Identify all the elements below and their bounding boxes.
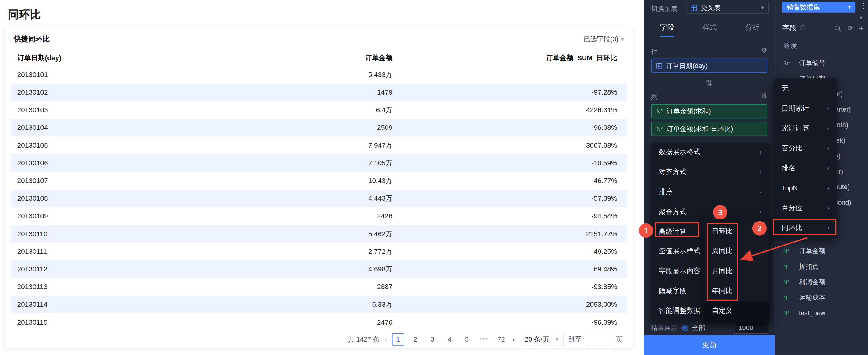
cell: 20130111 xyxy=(11,248,171,255)
gear-icon[interactable]: ⚙ xyxy=(761,92,767,99)
menu-item-label: 年同比 xyxy=(712,286,733,295)
chevron-down-icon[interactable]: ▾ xyxy=(860,14,863,21)
menu-item-aggregation[interactable]: 聚合方式› xyxy=(651,202,769,222)
cell: 69.48% xyxy=(393,265,627,273)
menu-item-label: 百分位 xyxy=(781,203,802,212)
field-name: 订单金额 xyxy=(799,246,826,256)
page-ellipsis[interactable]: ••• xyxy=(478,333,490,346)
menu-item-label: TopN xyxy=(781,184,798,192)
cell: 7.947万 xyxy=(171,141,393,150)
table-row: 201301057.947万3067.98% xyxy=(11,137,627,154)
col-field-pill-dod[interactable]: N° 订单金额(求和-日环比) xyxy=(651,121,767,136)
measure-field-item[interactable]: N°订单金额 xyxy=(783,243,868,259)
chart-type-select[interactable]: 交叉表 ▾ xyxy=(686,2,769,14)
page-button-1[interactable]: 1 xyxy=(392,333,404,346)
numeric-field-icon: N° xyxy=(783,310,797,316)
menu-item-cumulative[interactable]: 累计计算› xyxy=(774,118,837,138)
menu-item-label: 月同比 xyxy=(712,266,733,276)
switch-chart-label: 切换图表 xyxy=(651,5,678,14)
page-button-2[interactable]: 2 xyxy=(409,333,422,346)
prev-page-button[interactable]: ‹ xyxy=(384,335,387,344)
numeric-field-icon: N° xyxy=(656,108,662,114)
period-compare-menu: 日环比 周同比 月同比 年同比 自定义 xyxy=(704,221,770,321)
table-row: 201301036.4万4226.31% xyxy=(11,101,627,119)
selected-fields-dropdown[interactable]: 已选字段(3) ▾ xyxy=(584,35,624,44)
page-button-5[interactable]: 5 xyxy=(461,333,473,346)
kebab-menu-icon[interactable]: ⋮ xyxy=(860,2,868,10)
cell: 20130101 xyxy=(11,71,171,78)
update-button[interactable]: 更新 xyxy=(644,335,775,355)
submenu-arrow-icon: › xyxy=(760,208,762,215)
cell: 20130102 xyxy=(11,88,171,96)
dataset-name: 销售数据集 xyxy=(787,2,820,12)
crosstab-widget-card: 快捷同环比 已选字段(3) ▾ 订单日期(day) 订单金额 订单金额_SUM_… xyxy=(5,28,633,348)
cell: 20130103 xyxy=(11,106,171,114)
numeric-field-icon: N° xyxy=(783,263,797,270)
cell: 20130105 xyxy=(11,142,171,149)
menu-item-align[interactable]: 对齐方式› xyxy=(651,162,769,182)
add-field-icon[interactable]: + xyxy=(859,24,864,33)
menu-item-label: 对齐方式 xyxy=(659,168,686,177)
cell: - xyxy=(393,71,627,78)
row-field-pill[interactable]: 订单日期(day) xyxy=(651,59,767,73)
menu-item-percentile[interactable]: 百分位› xyxy=(774,198,837,218)
menu-item-date-accumulate[interactable]: 日期累计› xyxy=(774,99,837,118)
tab-analysis[interactable]: 分析 xyxy=(745,23,760,37)
result-all-radio[interactable] xyxy=(681,325,688,331)
annotation-badge-3: 3 xyxy=(713,205,727,219)
menu-item-topn[interactable]: TopN› xyxy=(774,178,837,198)
column-header-date: 订单日期(day) xyxy=(11,54,171,63)
page-button-72[interactable]: 72 xyxy=(495,333,507,346)
tab-style[interactable]: 样式 xyxy=(703,23,717,37)
menu-item-period-compare[interactable]: 同环比› xyxy=(774,218,837,238)
measure-field-item[interactable]: N°test_new xyxy=(783,305,868,321)
dataset-select-button[interactable]: 销售数据集 ▾ xyxy=(782,2,855,12)
pill-label: 订单金额(求和-日环比) xyxy=(666,124,733,134)
tab-fields[interactable]: 字段 xyxy=(660,23,674,37)
refresh-icon[interactable]: ⟳ xyxy=(847,24,853,32)
cell: 2476 xyxy=(171,319,393,326)
widget-title: 快捷同环比 xyxy=(14,34,50,44)
fields-panel-title: 字段 xyxy=(782,23,797,33)
gear-icon[interactable]: ⚙ xyxy=(761,46,767,54)
cell: 20130107 xyxy=(11,177,171,184)
measure-field-item[interactable]: N°运输成本 xyxy=(783,290,868,305)
cell: 4226.31% xyxy=(393,106,627,114)
search-icon[interactable] xyxy=(834,25,841,32)
result-limit-input[interactable] xyxy=(734,322,769,334)
menu-item-sort[interactable]: 排序› xyxy=(651,182,769,202)
table-row: 201301146.33万2093.00% xyxy=(11,296,627,313)
chart-type-value: 交叉表 xyxy=(701,3,757,12)
menu-item-label: 百分比 xyxy=(781,143,802,153)
result-all-label: 全部 xyxy=(692,323,706,332)
menu-item-data-format[interactable]: 数据展示格式› xyxy=(651,143,769,162)
page-button-3[interactable]: 3 xyxy=(426,333,439,346)
table-header-row: 订单日期(day) 订单金额 订单金额_SUM_日环比 xyxy=(11,50,627,66)
table-row: 201301105.462万2151.77% xyxy=(11,225,627,243)
swap-axes-icon[interactable]: ⇅ xyxy=(702,78,717,87)
chevron-down-icon: ▾ xyxy=(621,36,624,42)
col-field-pill-sum[interactable]: N° 订单金额(求和) xyxy=(651,104,767,118)
menu-item-rank[interactable]: 排名› xyxy=(774,158,837,178)
cell: 46.77% xyxy=(393,177,627,184)
jump-page-input[interactable] xyxy=(587,333,611,346)
cell: 20130108 xyxy=(11,194,171,202)
page-size-select[interactable]: 20 条/页 ▾ xyxy=(520,333,564,346)
cell: 20130104 xyxy=(11,124,171,131)
measure-field-item[interactable]: N°折扣点 xyxy=(783,259,868,274)
menu-item-percentage[interactable]: 百分比› xyxy=(774,138,837,158)
menu-item-custom[interactable]: 自定义 xyxy=(704,300,770,320)
field-name: 利润金额 xyxy=(799,277,826,287)
menu-item-yoy[interactable]: 年同比 xyxy=(704,281,770,300)
cell: 3067.98% xyxy=(393,142,627,149)
next-page-button[interactable]: › xyxy=(512,335,515,344)
measure-field-item[interactable]: N°利润金额 xyxy=(783,274,868,290)
dimension-field-item[interactable]: Str.订单编号 xyxy=(783,55,868,71)
table-body: 201301015.433万- 201301021479-97.28% 2013… xyxy=(11,66,627,331)
menu-item-none[interactable]: 无 xyxy=(774,78,837,98)
table-row: 201301084.443万-57.39% xyxy=(11,190,627,207)
rows-shelf-label: 行 xyxy=(651,47,658,57)
menu-item-mom[interactable]: 月同比 xyxy=(704,261,770,281)
page-button-4[interactable]: 4 xyxy=(443,333,456,346)
menu-item-wow[interactable]: 周同比 xyxy=(704,241,770,261)
